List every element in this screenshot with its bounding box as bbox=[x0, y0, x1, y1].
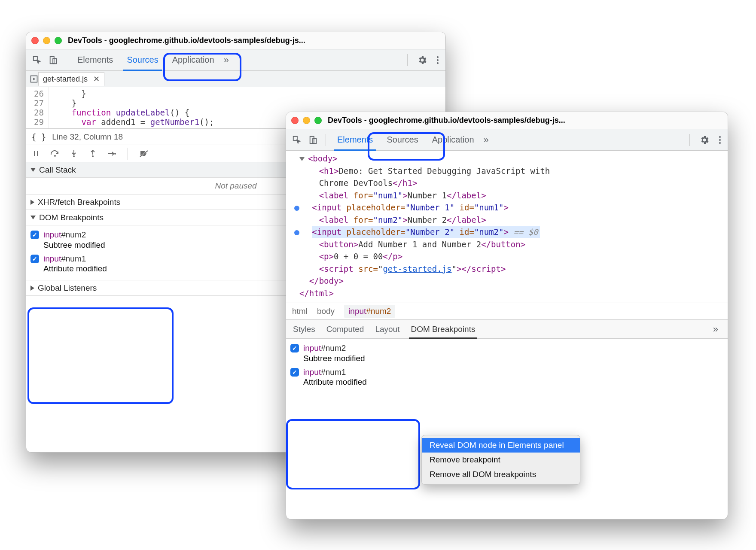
tab-sources[interactable]: Sources bbox=[120, 49, 165, 70]
dom-breakpoints-list: ✓ input#num2Subtree modified ✓ input#num… bbox=[286, 339, 728, 393]
tab-styles[interactable]: Styles bbox=[293, 320, 315, 338]
dom-tree[interactable]: <body> <h1>Demo: Get Started Debugging J… bbox=[286, 151, 728, 303]
pretty-print-icon[interactable]: { } bbox=[31, 132, 46, 142]
traffic-lights bbox=[31, 37, 62, 44]
svg-point-11 bbox=[92, 155, 94, 157]
minimize-icon[interactable] bbox=[43, 37, 50, 44]
svg-point-10 bbox=[73, 155, 75, 157]
pause-icon[interactable] bbox=[31, 149, 41, 158]
more-tabs-icon[interactable]: » bbox=[224, 55, 229, 66]
titlebar[interactable]: DevTools - googlechrome.github.io/devtoo… bbox=[26, 32, 445, 49]
zoom-icon[interactable] bbox=[314, 117, 322, 124]
step-over-icon[interactable] bbox=[50, 149, 60, 158]
svg-rect-2 bbox=[53, 58, 56, 64]
tab-computed[interactable]: Computed bbox=[326, 320, 364, 338]
divider bbox=[128, 148, 128, 160]
context-menu: Reveal DOM node in Elements panel Remove… bbox=[421, 435, 580, 485]
gear-icon[interactable] bbox=[699, 135, 710, 145]
tab-elements[interactable]: Elements bbox=[70, 49, 120, 70]
ctx-reveal-node[interactable]: Reveal DOM node in Elements panel bbox=[422, 438, 580, 453]
step-out-icon[interactable] bbox=[88, 149, 98, 158]
divider bbox=[66, 54, 66, 66]
dom-breakpoint-item[interactable]: ✓ input#num2Subtree modified bbox=[290, 341, 723, 365]
breadcrumb: html body input#num2 bbox=[286, 303, 728, 320]
more-tabs-icon[interactable]: » bbox=[484, 134, 489, 146]
svg-rect-16 bbox=[310, 136, 314, 143]
zoom-icon[interactable] bbox=[55, 37, 62, 44]
checkbox-icon[interactable]: ✓ bbox=[290, 344, 299, 352]
tab-application[interactable]: Application bbox=[165, 49, 221, 70]
minimize-icon[interactable] bbox=[303, 117, 310, 124]
divider bbox=[326, 134, 326, 146]
device-toggle-icon[interactable] bbox=[308, 134, 319, 146]
step-icon[interactable] bbox=[107, 149, 116, 158]
tab-sources[interactable]: Sources bbox=[380, 129, 425, 150]
divider bbox=[689, 134, 690, 146]
close-icon[interactable] bbox=[291, 117, 299, 124]
svg-point-5 bbox=[437, 62, 439, 64]
kebab-icon[interactable] bbox=[715, 135, 725, 145]
svg-rect-8 bbox=[37, 151, 38, 156]
line-gutter: 26 27 28 29 bbox=[26, 87, 49, 128]
svg-rect-17 bbox=[313, 138, 316, 143]
svg-point-19 bbox=[719, 139, 721, 141]
dom-breakpoint-item[interactable]: ✓ input#num1Attribute modified bbox=[290, 365, 723, 389]
panel-tabs: Elements Sources Application » bbox=[286, 129, 728, 151]
checkbox-icon[interactable]: ✓ bbox=[30, 255, 39, 263]
ctx-remove-breakpoint[interactable]: Remove breakpoint bbox=[422, 453, 580, 467]
svg-point-9 bbox=[54, 155, 56, 157]
svg-point-12 bbox=[114, 153, 116, 155]
navigator-icon[interactable] bbox=[30, 75, 38, 83]
traffic-lights bbox=[291, 117, 322, 124]
breakpoint-dot-icon bbox=[294, 206, 299, 211]
tab-dom-breakpoints[interactable]: DOM Breakpoints bbox=[411, 320, 475, 338]
file-tab[interactable]: get-started.js ✕ bbox=[38, 72, 104, 86]
more-tabs-icon[interactable]: » bbox=[713, 324, 718, 335]
inspect-icon[interactable] bbox=[291, 134, 302, 146]
crumb-input[interactable]: input#num2 bbox=[344, 305, 395, 318]
checkbox-icon[interactable]: ✓ bbox=[30, 231, 39, 239]
selected-node[interactable]: <input placeholder="Number 2" id="num2">… bbox=[312, 226, 540, 238]
file-name: get-started.js bbox=[43, 75, 88, 83]
kebab-icon[interactable] bbox=[433, 55, 443, 65]
file-tabs: get-started.js ✕ bbox=[26, 71, 445, 87]
titlebar[interactable]: DevTools - googlechrome.github.io/devtoo… bbox=[286, 112, 728, 129]
breakpoint-label: input#num1Attribute modified bbox=[43, 254, 107, 274]
breakpoint-label: input#num1Attribute modified bbox=[303, 367, 367, 388]
svg-point-20 bbox=[719, 142, 721, 144]
svg-point-18 bbox=[719, 136, 721, 138]
inspect-icon[interactable] bbox=[31, 55, 43, 66]
tab-application[interactable]: Application bbox=[425, 129, 481, 150]
ctx-remove-all-breakpoints[interactable]: Remove all DOM breakpoints bbox=[422, 467, 580, 482]
breakpoint-dot-icon bbox=[294, 230, 299, 235]
close-icon[interactable]: ✕ bbox=[93, 75, 100, 83]
styles-tabbar: Styles Computed Layout DOM Breakpoints » bbox=[286, 320, 728, 339]
source-text: } } function updateLabel() { var addend1… bbox=[49, 87, 218, 128]
device-toggle-icon[interactable] bbox=[48, 55, 59, 66]
checkbox-icon[interactable]: ✓ bbox=[290, 368, 299, 377]
breakpoint-label: input#num2Subtree modified bbox=[43, 230, 105, 250]
tab-layout[interactable]: Layout bbox=[375, 320, 399, 338]
tab-elements[interactable]: Elements bbox=[330, 129, 380, 150]
close-icon[interactable] bbox=[31, 37, 39, 44]
window-title: DevTools - googlechrome.github.io/devtoo… bbox=[68, 36, 440, 45]
svg-rect-7 bbox=[34, 151, 35, 156]
crumb-html[interactable]: html bbox=[292, 307, 308, 316]
divider bbox=[407, 54, 408, 66]
step-into-icon[interactable] bbox=[69, 149, 79, 158]
cursor-position: Line 32, Column 18 bbox=[52, 132, 123, 142]
window-title: DevTools - googlechrome.github.io/devtoo… bbox=[328, 116, 722, 125]
svg-rect-1 bbox=[50, 56, 54, 64]
breakpoint-label: input#num2Subtree modified bbox=[303, 343, 365, 364]
gear-icon[interactable] bbox=[417, 55, 427, 65]
deactivate-breakpoints-icon[interactable] bbox=[139, 149, 149, 158]
svg-point-4 bbox=[437, 59, 439, 61]
panel-tabs: Elements Sources Application » bbox=[26, 49, 445, 71]
crumb-body[interactable]: body bbox=[317, 307, 335, 316]
svg-point-3 bbox=[437, 56, 439, 58]
